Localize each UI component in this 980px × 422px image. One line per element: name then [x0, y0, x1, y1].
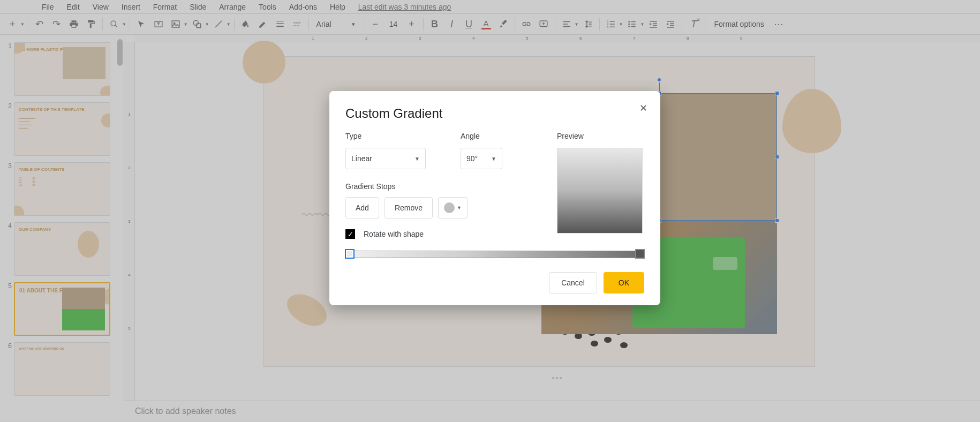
close-button[interactable]: ✕ [637, 102, 650, 115]
gradient-type-select[interactable]: Linear ▼ [345, 148, 426, 169]
gradient-preview [557, 148, 643, 233]
close-icon: ✕ [639, 102, 647, 114]
chevron-down-icon: ▼ [457, 205, 462, 210]
gradient-slider[interactable] [345, 251, 644, 258]
type-label: Type [345, 132, 461, 140]
rotate-with-shape-label: Rotate with shape [364, 230, 424, 238]
chevron-down-icon: ▼ [491, 156, 496, 162]
gradient-stop-handle[interactable] [345, 249, 355, 259]
gradient-stop-handle[interactable] [635, 249, 645, 259]
rotate-with-shape-checkbox[interactable]: ✓ [345, 229, 355, 239]
angle-label: Angle [461, 132, 557, 140]
stop-color-picker[interactable]: ▼ [438, 197, 468, 218]
preview-label: Preview [557, 132, 643, 140]
remove-stop-button[interactable]: Remove [385, 197, 433, 218]
custom-gradient-dialog: ✕ Custom Gradient Type Linear ▼ Angle 90… [329, 91, 660, 305]
cancel-button[interactable]: Cancel [549, 272, 597, 293]
add-stop-button[interactable]: Add [345, 197, 379, 218]
chevron-down-icon: ▼ [414, 156, 420, 162]
dialog-title: Custom Gradient [345, 106, 644, 121]
color-swatch-icon [444, 202, 455, 213]
gradient-angle-select[interactable]: 90° ▼ [461, 148, 502, 169]
ok-button[interactable]: OK [604, 272, 644, 293]
